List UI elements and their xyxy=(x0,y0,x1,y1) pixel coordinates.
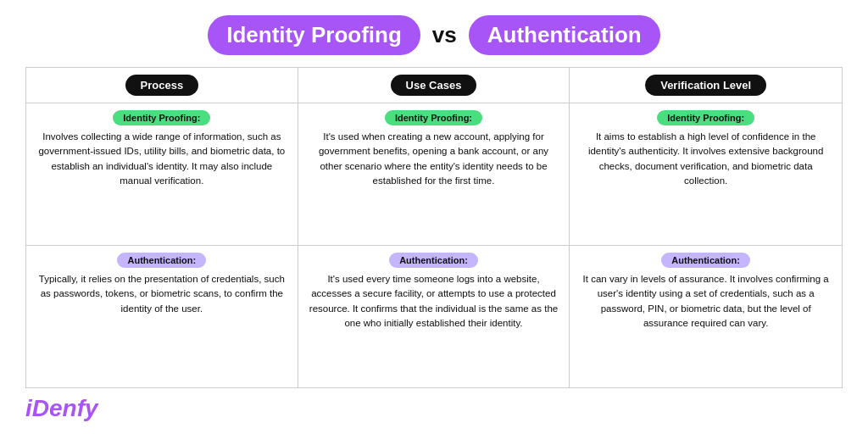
comparison-table: Process Use Cases Verification Level Ide… xyxy=(25,67,843,388)
process-identity-cell: Identity Proofing: Involves collecting a… xyxy=(26,103,298,245)
identity-badge-usecases: Identity Proofing: xyxy=(385,110,482,125)
process-auth-cell: Authentication: Typically, it relies on … xyxy=(26,246,298,387)
col-header-usecases: Use Cases xyxy=(298,68,570,103)
footer: iDenfy xyxy=(25,395,843,422)
col-header-verification: Verification Level xyxy=(570,68,842,103)
process-header-label: Process xyxy=(125,75,199,96)
column-headers: Process Use Cases Verification Level xyxy=(26,68,842,103)
verification-auth-cell: Authentication: It can vary in levels of… xyxy=(570,246,842,387)
header: Identity Proofing vs Authentication xyxy=(25,15,843,55)
usecases-identity-text: It's used when creating a new account, a… xyxy=(309,130,559,188)
logo-prefix: i xyxy=(25,395,32,421)
auth-badge-usecases: Authentication: xyxy=(389,253,478,268)
identity-badge-process: Identity Proofing: xyxy=(113,110,210,125)
verification-auth-text: It can vary in levels of assurance. It i… xyxy=(580,272,832,331)
logo: iDenfy xyxy=(25,395,98,422)
auth-badge-process: Authentication: xyxy=(117,253,206,268)
process-identity-text: Involves collecting a wide range of info… xyxy=(36,130,287,188)
identity-proofing-pill: Identity Proofing xyxy=(208,15,420,55)
verification-identity-cell: Identity Proofing: It aims to establish … xyxy=(570,103,842,245)
identity-badge-verification: Identity Proofing: xyxy=(657,110,754,125)
verification-identity-text: It aims to establish a high level of con… xyxy=(580,130,832,188)
col-header-process: Process xyxy=(26,68,298,103)
usecases-header-label: Use Cases xyxy=(391,75,477,96)
process-auth-text: Typically, it relies on the presentation… xyxy=(36,272,287,316)
vs-label: vs xyxy=(432,22,457,48)
identity-row: Identity Proofing: Involves collecting a… xyxy=(26,103,842,246)
usecases-auth-text: It's used every time someone logs into a… xyxy=(309,272,559,331)
verification-header-label: Verification Level xyxy=(645,75,766,96)
usecases-identity-cell: Identity Proofing: It's used when creati… xyxy=(298,103,570,245)
authentication-pill: Authentication xyxy=(469,15,660,55)
usecases-auth-cell: Authentication: It's used every time som… xyxy=(298,246,570,387)
logo-suffix: Denfy xyxy=(32,395,98,421)
auth-badge-verification: Authentication: xyxy=(661,253,750,268)
auth-row: Authentication: Typically, it relies on … xyxy=(26,246,842,387)
